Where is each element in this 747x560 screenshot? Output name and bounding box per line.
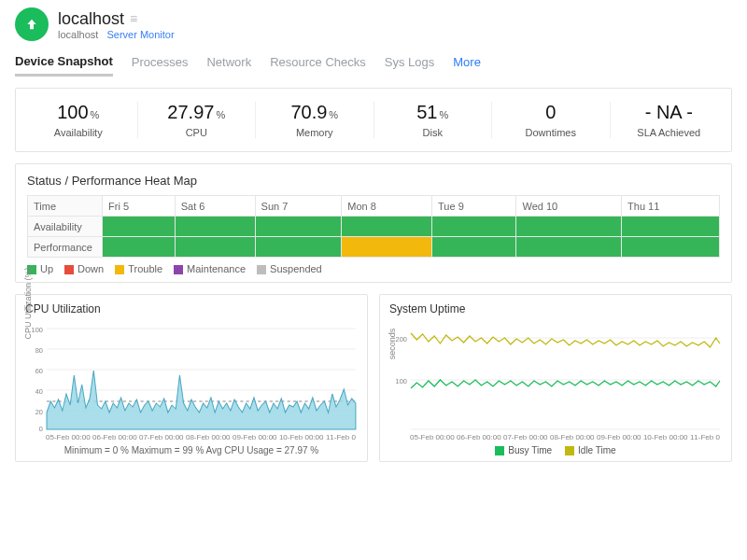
legend-down: Down <box>78 263 104 274</box>
metric-unit: % <box>91 109 100 120</box>
heatmap-table: Time Fri 5 Sat 6 Sun 7 Mon 8 Tue 9 Wed 1… <box>27 195 720 258</box>
svg-text:0: 0 <box>39 426 43 431</box>
tab-sys-logs[interactable]: Sys Logs <box>385 49 434 75</box>
heatmap-day: Sun 7 <box>255 196 342 217</box>
metric-value: 70.9 <box>290 102 327 122</box>
xtick: 05-Feb 00:00 <box>46 433 91 441</box>
xtick: 08-Feb 00:00 <box>186 433 231 441</box>
xtick: 10-Feb 00:00 <box>643 433 688 441</box>
heatmap-day: Fri 5 <box>103 196 176 217</box>
svg-text:80: 80 <box>35 347 43 355</box>
legend-trouble: Trouble <box>128 263 162 274</box>
tab-resource-checks[interactable]: Resource Checks <box>270 49 366 75</box>
xtick: 05-Feb 00:00 <box>410 433 455 441</box>
metric-label: Downtimes <box>496 127 606 138</box>
heatmap-legend: Up Down Trouble Maintenance Suspended <box>27 263 720 274</box>
tab-network[interactable]: Network <box>206 49 251 75</box>
xtick: 09-Feb 00:00 <box>597 433 641 441</box>
metric-cpu: 27.97% CPU <box>138 102 257 138</box>
xtick: 06-Feb 00:00 <box>457 433 501 441</box>
heatmap-cell[interactable] <box>432 217 516 237</box>
metric-unit: % <box>216 109 225 120</box>
heatmap-cell[interactable] <box>622 217 720 237</box>
page-header: localhost ≡ localhost Server Monitor <box>0 0 747 43</box>
legend-idle: Idle Time <box>578 445 616 455</box>
xtick: 06-Feb 00:00 <box>92 433 137 441</box>
cpu-chart-panel: CPU Utilization CPU Utilization (%) 100 … <box>15 294 368 462</box>
tab-processes[interactable]: Processes <box>132 49 189 75</box>
uptime-chart-ylabel: seconds <box>388 329 397 360</box>
uptime-idle-line <box>411 333 720 347</box>
heatmap-day: Mon 8 <box>342 196 432 217</box>
heatmap-row-availability: Availability <box>28 217 720 237</box>
svg-text:200: 200 <box>396 336 407 343</box>
heatmap-cell[interactable] <box>103 237 176 258</box>
tab-more[interactable]: More <box>453 49 481 75</box>
heatmap-cell[interactable] <box>175 237 255 258</box>
breadcrumb-host: localhost <box>58 29 98 40</box>
cpu-chart-footer: Minimum = 0 % Maximum = 99 % Avg CPU Usa… <box>25 445 358 455</box>
metric-label: Disk <box>378 127 488 138</box>
metric-sla: - NA - SLA Achieved <box>611 102 728 138</box>
status-up-icon <box>15 7 49 41</box>
heatmap-cell[interactable] <box>255 217 342 237</box>
xtick: 09-Feb 00:00 <box>233 433 277 441</box>
heatmap-cell[interactable] <box>342 237 432 258</box>
heatmap-cell[interactable] <box>255 237 342 258</box>
title-menu-icon[interactable]: ≡ <box>130 11 137 26</box>
xtick: 08-Feb 00:00 <box>550 433 595 441</box>
legend-suspended: Suspended <box>270 263 322 274</box>
heatmap-row-label: Availability <box>28 217 103 237</box>
heatmap-cell[interactable] <box>516 217 622 237</box>
heatmap-cell[interactable] <box>103 217 176 237</box>
metric-availability: 100% Availability <box>20 102 138 138</box>
heatmap-day: Thu 11 <box>622 196 720 217</box>
tab-device-snapshot[interactable]: Device Snapshot <box>15 49 113 77</box>
page-title: localhost <box>58 9 124 29</box>
svg-text:100: 100 <box>32 327 43 334</box>
swatch-trouble-icon <box>115 265 124 274</box>
uptime-legend: Busy Time Idle Time <box>389 445 722 455</box>
metric-memory: 70.9% Memory <box>256 102 374 138</box>
svg-text:60: 60 <box>35 368 43 375</box>
xtick: 11-Feb 0 <box>690 433 720 441</box>
heatmap-cell[interactable] <box>175 217 255 237</box>
swatch-idle-icon <box>565 446 574 455</box>
heatmap-panel: Status / Performance Heat Map Time Fri 5… <box>15 163 732 283</box>
uptime-busy-line <box>411 380 720 388</box>
metric-value: 0 <box>545 102 556 122</box>
svg-text:20: 20 <box>35 409 43 416</box>
metric-downtimes: 0 Downtimes <box>492 102 611 138</box>
swatch-suspended-icon <box>257 265 266 274</box>
heatmap-cell[interactable] <box>622 237 720 258</box>
legend-maintenance: Maintenance <box>187 263 246 274</box>
uptime-chart-area: seconds 200 100 <box>389 319 722 431</box>
metric-unit: % <box>439 109 448 120</box>
svg-text:40: 40 <box>35 388 43 396</box>
heatmap-cell[interactable] <box>432 237 516 258</box>
heatmap-row-performance: Performance <box>28 237 720 258</box>
metric-label: Availability <box>23 127 134 138</box>
xtick: 10-Feb 00:00 <box>279 433 324 441</box>
heatmap-row-label: Performance <box>28 237 103 258</box>
title-block: localhost ≡ localhost Server Monitor <box>58 9 175 40</box>
xtick: 07-Feb 00:00 <box>503 433 548 441</box>
cpu-xticks: 05-Feb 00:00 06-Feb 00:00 07-Feb 00:00 0… <box>25 433 358 441</box>
cpu-chart-title: CPU Utilization <box>25 302 358 315</box>
uptime-chart-title: System Uptime <box>389 302 722 315</box>
swatch-down-icon <box>64 265 74 274</box>
heatmap-title: Status / Performance Heat Map <box>27 174 720 188</box>
legend-up: Up <box>40 263 53 274</box>
xtick: 11-Feb 0 <box>326 433 356 441</box>
heatmap-day: Tue 9 <box>432 196 516 217</box>
metric-disk: 51% Disk <box>374 102 493 138</box>
uptime-xticks: 05-Feb 00:00 06-Feb 00:00 07-Feb 00:00 0… <box>389 433 722 441</box>
metric-value: - NA - <box>645 102 693 122</box>
cpu-area-path <box>47 371 356 429</box>
breadcrumb-link[interactable]: Server Monitor <box>106 29 174 40</box>
heatmap-cell[interactable] <box>342 217 432 237</box>
heatmap-cell[interactable] <box>516 237 622 258</box>
tab-bar: Device Snapshot Processes Network Resour… <box>0 43 747 77</box>
xtick: 07-Feb 00:00 <box>139 433 184 441</box>
legend-busy: Busy Time <box>508 445 552 455</box>
